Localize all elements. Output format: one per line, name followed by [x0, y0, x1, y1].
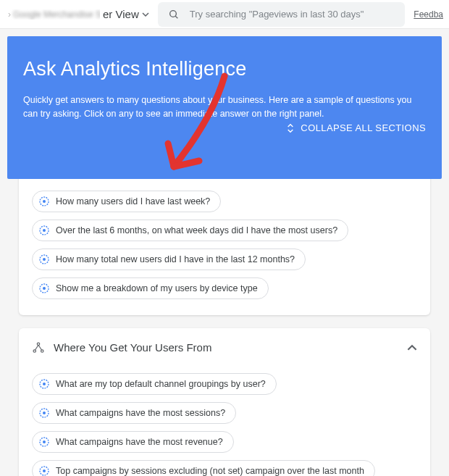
search-icon: [168, 9, 180, 20]
chevron-right-icon: ›: [8, 9, 11, 20]
svg-point-10: [43, 258, 46, 261]
svg-point-13: [37, 343, 39, 345]
sections-container: Basic Performance How many users did I h…: [19, 146, 430, 477]
svg-point-6: [43, 200, 46, 203]
chevron-up-icon: [407, 343, 417, 353]
analytics-intelligence-icon: [38, 283, 50, 294]
question-text: Show me a breakdown of my users by devic…: [56, 283, 258, 293]
question-text: What are my top default channel grouping…: [56, 379, 266, 389]
svg-point-12: [43, 287, 46, 290]
feedback-link[interactable]: Feedba: [414, 9, 443, 20]
svg-point-25: [43, 469, 46, 472]
section-header[interactable]: Where You Get Your Users From: [32, 341, 417, 354]
top-bar: › Google Merchandise St… er View Try sea…: [0, 0, 449, 29]
page-subtitle: Quickly get answers to many questions ab…: [23, 93, 426, 121]
page-title: Ask Analytics Intelligence: [23, 58, 426, 80]
question-chip[interactable]: What campaigns have the most revenue?: [32, 431, 234, 453]
search-input[interactable]: Try searching "Pageviews in last 30 days…: [158, 2, 406, 27]
svg-point-0: [169, 10, 176, 17]
question-chips: How many users did I have last week? Ove…: [32, 191, 417, 299]
analytics-intelligence-icon: [38, 378, 50, 390]
breadcrumb: › Google Merchandise St…: [6, 9, 100, 20]
question-text: What campaigns have the most sessions?: [56, 408, 225, 418]
analytics-intelligence-icon: [38, 196, 50, 207]
analytics-intelligence-icon: [38, 436, 50, 448]
hero-panel: Ask Analytics Intelligence Quickly get a…: [7, 36, 442, 179]
nodes-icon: [32, 341, 45, 354]
question-chip[interactable]: Over the last 6 months, on what week day…: [32, 220, 348, 241]
question-chips: What are my top default channel grouping…: [32, 373, 417, 477]
caret-down-icon: [142, 11, 149, 18]
search-placeholder: Try searching "Pageviews in last 30 days…: [190, 9, 364, 20]
collapse-all-button[interactable]: COLLAPSE ALL SECTIONS: [285, 122, 426, 134]
svg-line-16: [35, 345, 39, 350]
section-user-sources: Where You Get Your Users From What are m…: [19, 328, 430, 477]
question-chip[interactable]: How many users did I have last week?: [32, 191, 221, 212]
question-chip[interactable]: What campaigns have the most sessions?: [32, 402, 236, 424]
analytics-intelligence-icon: [38, 407, 50, 419]
svg-point-21: [43, 412, 46, 414]
question-text: What campaigns have the most revenue?: [56, 437, 223, 447]
question-text: Over the last 6 months, on what week day…: [56, 225, 337, 235]
view-label: er View: [103, 8, 139, 20]
question-chip[interactable]: How many total new users did I have in t…: [32, 249, 306, 270]
analytics-intelligence-icon: [38, 254, 50, 265]
question-chip[interactable]: What are my top default channel grouping…: [32, 373, 277, 395]
question-chip[interactable]: Top campaigns by sessions excluding (not…: [32, 460, 375, 477]
collapse-icon: [285, 122, 296, 134]
question-text: Top campaigns by sessions excluding (not…: [56, 466, 364, 476]
svg-point-23: [43, 440, 46, 443]
question-chip[interactable]: Show me a breakdown of my users by devic…: [32, 277, 269, 299]
breadcrumb-item[interactable]: Google Merchandise St…: [13, 9, 100, 20]
analytics-intelligence-icon: [38, 225, 50, 236]
view-selector[interactable]: er View: [103, 5, 149, 23]
question-text: How many users did I have last week?: [56, 196, 210, 206]
svg-line-1: [175, 16, 177, 18]
collapse-all-label: COLLAPSE ALL SECTIONS: [301, 122, 426, 133]
svg-line-17: [38, 345, 42, 350]
svg-point-19: [43, 383, 46, 385]
question-text: How many total new users did I have in t…: [56, 254, 295, 264]
analytics-intelligence-icon: [38, 465, 50, 477]
svg-point-8: [43, 229, 46, 232]
section-title: Where You Get Your Users From: [54, 341, 211, 354]
